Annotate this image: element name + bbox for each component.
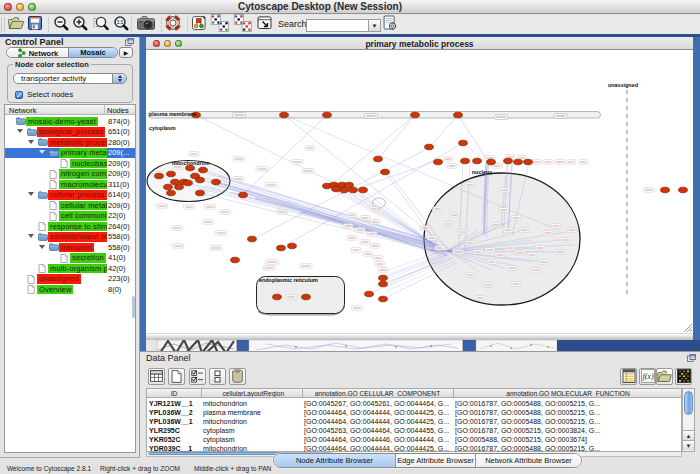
tree-row[interactable]: Overview8(0) <box>5 284 135 295</box>
tab-overflow-button[interactable]: ▶ <box>119 47 133 58</box>
network-canvas-container[interactable]: plasma membrane cytoplasm mitochondrion … <box>146 50 693 333</box>
column-header-cellular-component[interactable]: annotation.GO CELLULAR_COMPONENT <box>302 390 453 397</box>
network-node[interactable] <box>514 159 523 165</box>
network-window-titlebar[interactable]: primary metabolic process <box>146 37 693 50</box>
expand-arrow-icon[interactable] <box>28 192 34 196</box>
new-network-all-edges-button[interactable] <box>211 14 230 36</box>
open-session-button[interactable] <box>8 15 25 34</box>
tree-row[interactable]: cell communicati22(0) <box>5 211 135 222</box>
tab-edge-attribute-browser[interactable]: Edge Attribute Browser <box>395 454 475 467</box>
network-node[interactable] <box>661 187 670 193</box>
import-attributes-button[interactable] <box>656 368 673 385</box>
network-node[interactable] <box>196 190 205 196</box>
network-node[interactable] <box>248 236 257 242</box>
table-row[interactable]: YLR295Ccytoplasm[GO:0045263, GO:0044464,… <box>147 426 681 435</box>
network-node[interactable] <box>425 144 434 150</box>
network-canvas[interactable]: plasma membrane cytoplasm mitochondrion … <box>146 50 693 333</box>
table-row[interactable]: YJR121W__1mitochondrion[GO:0045267, GO:0… <box>147 399 681 408</box>
ontology-wizard-button[interactable] <box>192 15 207 35</box>
tree-column-network[interactable]: Network <box>9 106 37 115</box>
tab-network-attribute-browser[interactable]: Network Attribute Browser <box>475 454 581 467</box>
network-node[interactable] <box>288 243 297 249</box>
tree-row[interactable]: unassigned223(0) <box>5 274 135 285</box>
tree-row[interactable]: biological_process651(0) <box>5 127 135 138</box>
network-node[interactable] <box>473 158 482 164</box>
save-session-button[interactable] <box>28 15 43 34</box>
expand-arrow-icon[interactable] <box>28 234 34 238</box>
network-node[interactable] <box>379 296 388 302</box>
scroll-down-button[interactable]: ▼ <box>683 440 694 450</box>
network-node[interactable] <box>239 192 248 198</box>
network-node[interactable] <box>524 159 533 165</box>
network-node[interactable] <box>302 294 311 300</box>
network-node[interactable] <box>332 186 341 192</box>
expand-arrow-icon[interactable] <box>39 245 45 249</box>
tree-row[interactable]: cellular process614(0) <box>5 190 135 201</box>
attribute-editor-button[interactable] <box>620 368 637 385</box>
table-row[interactable]: YPL036W__2plasma membrane[GO:0044464, GO… <box>147 408 681 417</box>
network-node[interactable] <box>459 140 468 146</box>
network-node[interactable] <box>434 159 443 165</box>
tree-row[interactable]: cellular metabol209(0) <box>5 200 135 211</box>
network-node[interactable] <box>155 173 164 179</box>
table-row[interactable]: YPL036W__1mitochondrion[GO:0044464, GO:0… <box>147 417 681 426</box>
network-node[interactable] <box>175 184 184 190</box>
search-input[interactable] <box>306 19 368 32</box>
float-panel-icon[interactable] <box>687 354 696 362</box>
tree-row[interactable]: secretion41(0) <box>5 253 135 264</box>
tree-row[interactable]: nitrogen compou209(0) <box>5 169 135 180</box>
network-node[interactable] <box>365 291 374 297</box>
table-row[interactable]: YKR052Ccytoplasm[GO:0044464, GO:0044446,… <box>147 435 681 444</box>
network-node[interactable] <box>196 177 205 183</box>
tree-scrollbar[interactable] <box>132 116 135 453</box>
network-node[interactable] <box>231 257 240 263</box>
tab-network[interactable]: Network <box>7 48 68 57</box>
network-node[interactable] <box>277 245 286 251</box>
column-header-region[interactable]: _cellularLayoutRegion <box>201 390 302 397</box>
expand-arrow-icon[interactable] <box>28 140 34 144</box>
window-titlebar[interactable]: Cytoscape Desktop (New Session) <box>0 0 700 14</box>
network-node[interactable] <box>212 179 221 185</box>
network-node[interactable] <box>487 159 496 165</box>
network-node[interactable] <box>454 112 463 118</box>
unselect-rows-button[interactable] <box>209 368 226 385</box>
network-node[interactable] <box>186 165 195 171</box>
new-network-selected-edges-button[interactable] <box>234 14 253 36</box>
node-color-dropdown[interactable]: transporter activity <box>13 73 127 84</box>
search-options-button[interactable] <box>383 15 398 35</box>
toolbar-drag-handle[interactable] <box>1 17 5 32</box>
select-attributes-button[interactable] <box>148 368 165 385</box>
network-node[interactable] <box>280 112 289 118</box>
network-node[interactable] <box>273 294 282 300</box>
new-attribute-button[interactable] <box>168 368 185 385</box>
network-node[interactable] <box>340 187 349 193</box>
tree-row[interactable]: macromolecule311(0) <box>5 179 135 190</box>
network-node[interactable] <box>461 158 470 164</box>
scroll-up-button[interactable]: ▲ <box>683 430 694 440</box>
tab-node-attribute-browser[interactable]: Node Attribute Browser <box>274 454 395 467</box>
float-panel-icon[interactable] <box>125 38 134 46</box>
network-node[interactable] <box>504 158 513 164</box>
search-dropdown-arrow[interactable]: ▼ <box>368 19 381 32</box>
network-node[interactable] <box>679 187 688 193</box>
network-node[interactable] <box>359 187 368 193</box>
zoom-in-button[interactable] <box>73 15 88 34</box>
select-nodes-checkbox[interactable]: ✓ <box>15 91 23 99</box>
network-node[interactable] <box>374 156 383 162</box>
tree-row[interactable]: multi-organism pro42(0) <box>5 263 135 274</box>
network-node[interactable] <box>411 112 420 118</box>
camera-snapshot-button[interactable] <box>137 15 156 34</box>
tree-row[interactable]: response to stimulu264(0) <box>5 221 135 232</box>
tab-mosaic[interactable]: Mosaic <box>68 48 117 57</box>
zoom-out-button[interactable] <box>54 15 69 34</box>
formula-builder-button[interactable]: f(x) <box>639 368 656 385</box>
network-node[interactable] <box>199 167 208 173</box>
scrollbar-thumb[interactable] <box>684 391 693 415</box>
expand-arrow-icon[interactable] <box>17 129 23 133</box>
tree-row[interactable]: primary metabol209(... <box>5 148 135 159</box>
expand-arrow-icon[interactable] <box>39 150 45 154</box>
network-node[interactable] <box>379 275 388 281</box>
network-node[interactable] <box>379 281 388 287</box>
delete-attribute-button[interactable] <box>229 368 246 385</box>
table-vertical-scrollbar[interactable]: ▲ ▼ <box>682 388 695 452</box>
